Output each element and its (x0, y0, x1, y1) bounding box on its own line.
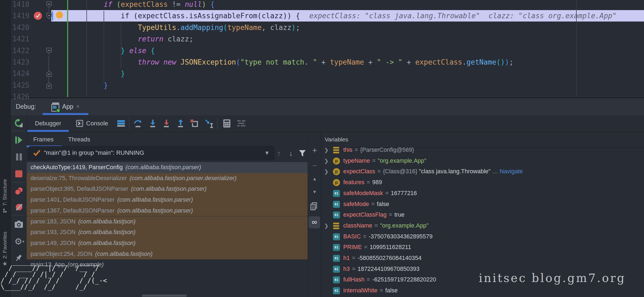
line-number[interactable]: 1420 (10, 22, 29, 33)
stack-frame-row[interactable]: parse:149, JSON(com.alibaba.fastjson) (27, 238, 308, 249)
remove-watch-button[interactable]: − (310, 161, 319, 171)
frame-package: (com.alibaba.fastjson.parser) (117, 196, 193, 203)
step-over-button[interactable] (134, 119, 142, 128)
variable-value: -5808550276084140354 (357, 255, 421, 261)
variable-row[interactable]: 01safeMode=false (321, 199, 644, 210)
fold-marker-icon[interactable] (46, 70, 52, 77)
move-down-button[interactable]: ▼ (310, 188, 319, 197)
variable-row[interactable]: ❯ptypeName="org.example.App" (321, 156, 644, 166)
chevron-down-icon: ▼ (264, 146, 270, 159)
variable-row[interactable]: pfeatures=989 (321, 177, 644, 188)
step-into-button[interactable] (148, 119, 157, 128)
line-number[interactable]: 1425 (10, 80, 29, 91)
line-number[interactable]: 1421 (10, 33, 29, 45)
stack-frame-row[interactable]: parse:1401, DefaultJSONParser(com.alibab… (27, 195, 308, 205)
line-number[interactable]: 1426 (10, 91, 29, 102)
stack-frame-row[interactable]: parse:193, JSON(com.alibaba.fastjson) (27, 227, 308, 238)
variable-value: {Class@316} "class java.lang.Throwable" … (383, 168, 523, 175)
frame-down-button[interactable]: ↓ (287, 149, 295, 157)
move-up-button[interactable]: ▲ (310, 175, 319, 184)
stack-frame-row[interactable]: deserialze:75, ThrowableDeserializer(com… (27, 173, 308, 184)
stack-frame-row[interactable]: parseObject:395, DefaultJSONParser(com.a… (27, 184, 308, 195)
variable-row[interactable]: 01internalWhite=false (321, 285, 644, 296)
thread-selector-dropdown[interactable]: "main"@1 in group "main": RUNNING ▼ (28, 146, 274, 160)
expand-chevron-icon[interactable]: ❯ (324, 156, 330, 166)
navigate-link[interactable]: Navigate (500, 168, 523, 175)
rerun-button[interactable] (14, 119, 23, 127)
fold-marker-icon[interactable] (46, 82, 52, 89)
thread-dump-camera-button[interactable] (14, 220, 23, 229)
resume-button[interactable] (14, 136, 23, 144)
editor-line[interactable]: 1425 } (10, 80, 644, 91)
variable-row[interactable]: 01BASIC=-3750763034362895579 (321, 231, 644, 242)
editor-line[interactable]: 1421 return clazz; (10, 33, 644, 45)
step-out-button[interactable] (176, 119, 185, 128)
editor-line[interactable]: 1426 (10, 91, 644, 102)
threads-view-icon[interactable] (117, 119, 125, 128)
editor-line[interactable]: 1418 if (expectClass != null) { (10, 0, 644, 10)
frame-method: parse:183, JSON (31, 218, 76, 225)
frame-up-button[interactable]: ↑ (275, 149, 283, 157)
variable-value: 16777216 (391, 190, 417, 196)
settings-sliders-icon[interactable] (237, 119, 245, 128)
variable-row[interactable]: ❯pexpectClass={Class@316} "class java.la… (321, 166, 644, 177)
variable-row[interactable]: 01PRIME=1099511628211 (321, 242, 644, 253)
object-icon (333, 222, 339, 229)
expand-chevron-icon[interactable]: ❯ (324, 166, 330, 177)
variable-row[interactable]: 01safeModeMask=16777216 (321, 188, 644, 199)
filter-funnel-icon[interactable] (299, 150, 306, 157)
editor-line[interactable]: 1420 TypeUtils.addMapping(typeName, claz… (10, 22, 644, 33)
variable-row[interactable]: ❯className="org.example.App" (321, 220, 644, 231)
line-number[interactable]: 1418 (10, 0, 29, 10)
editor-line[interactable]: 1424 } (10, 68, 644, 79)
code-text: TypeUtils.addMapping(typeName, clazz); (70, 22, 300, 33)
gear-icon[interactable]: ⚙▾ (14, 237, 23, 246)
tab-frames[interactable]: Frames (33, 132, 54, 147)
expand-chevron-icon[interactable]: ❯ (324, 145, 330, 156)
variable-row[interactable]: 01h1=-5808550276084140354 (321, 253, 644, 264)
editor-line[interactable]: 1422 } else { (10, 45, 644, 56)
force-step-into-button[interactable] (162, 119, 171, 128)
drop-frame-button[interactable] (190, 119, 198, 128)
close-icon[interactable]: × (76, 103, 80, 110)
pause-button[interactable] (14, 153, 23, 161)
mute-breakpoints-button[interactable] (14, 202, 23, 211)
frame-method: deserialze:75, ThrowableDeserializer (31, 175, 127, 181)
code-editor[interactable]: 1418 if (expectClass != null) {1419 if (… (10, 0, 644, 98)
fold-marker-icon[interactable] (46, 13, 52, 19)
show-watches-toggle[interactable]: ∞ (309, 216, 320, 228)
frame-package: (com.alibaba.fastjson.parser) (125, 164, 201, 171)
stack-frame-row[interactable]: parse:183, JSON(com.alibaba.fastjson) (27, 216, 308, 227)
expand-chevron-icon[interactable]: ❯ (324, 220, 330, 231)
tab-debugger[interactable]: Debugger (35, 115, 61, 132)
parameter-icon: p (333, 157, 340, 165)
editor-line[interactable]: 1423 throw new JSONException("type not m… (10, 56, 644, 68)
stack-frame-row[interactable]: parse:1367, DefaultJSONParser(com.alibab… (27, 205, 308, 216)
line-number[interactable]: 1419 (10, 10, 29, 22)
run-to-cursor-button[interactable] (204, 119, 213, 128)
fold-marker-icon[interactable] (46, 47, 52, 54)
variable-name: BASIC=-3750763034362895579 (343, 231, 432, 242)
evaluate-expression-button[interactable] (222, 119, 231, 128)
line-number[interactable]: 1424 (10, 68, 29, 79)
variable-row[interactable]: 01expectClassFlag=true (321, 210, 644, 220)
duplicate-watch-icon[interactable] (310, 202, 319, 211)
variable-row[interactable]: ❯this={ParserConfig@569} (321, 145, 644, 156)
variable-name: h3=1872244109670850393 (343, 264, 420, 275)
tab-label: Debugger (35, 120, 61, 127)
sidebar-item-structure[interactable]: 7: Structure (0, 174, 10, 218)
editor-line[interactable]: 1419 if (expectClass.isAssignableFrom(cl… (10, 10, 644, 22)
add-watch-button[interactable]: + (310, 146, 319, 155)
breakpoint-icon[interactable] (34, 12, 42, 20)
variable-name: className="org.example.App" (343, 220, 429, 231)
tab-threads[interactable]: Threads (68, 132, 90, 147)
tab-console[interactable]: Console (76, 115, 108, 132)
line-number[interactable]: 1422 (10, 45, 29, 56)
stack-frame-row[interactable]: checkAutoType:1419, ParserConfig(com.ali… (27, 162, 308, 173)
intention-bulb-icon[interactable] (56, 11, 63, 20)
horizontal-scrollbar[interactable] (142, 295, 187, 297)
line-number[interactable]: 1423 (10, 56, 29, 68)
fold-marker-icon[interactable] (46, 1, 52, 8)
stop-button[interactable] (14, 169, 23, 178)
view-breakpoints-button[interactable] (14, 187, 23, 195)
